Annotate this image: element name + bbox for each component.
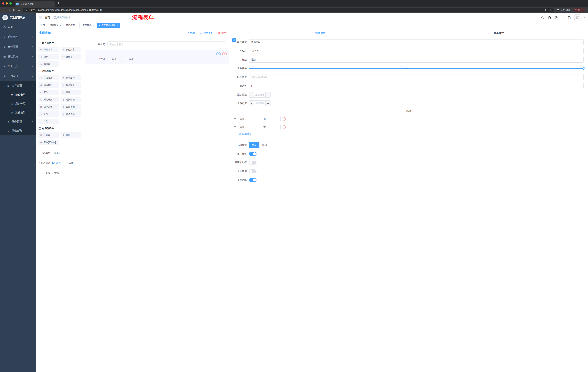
gender-option-2-checkbox[interactable]: 选项二	[124, 57, 135, 61]
security-label[interactable]: 不安全	[28, 9, 35, 12]
option-2-label-input[interactable]	[238, 124, 260, 130]
palette-item-counter[interactable]: 123计数器	[61, 54, 81, 60]
option-1-label-input[interactable]	[238, 116, 260, 122]
tab-component-props[interactable]: 组件属性	[231, 29, 294, 37]
sidebar-item-task-mgmt[interactable]: ⋔ 任务管理 ∨	[0, 117, 36, 126]
default-value-input[interactable]	[249, 83, 294, 89]
close-icon[interactable]: ×	[76, 24, 78, 27]
delete-component-button[interactable]	[222, 52, 227, 56]
forward-icon[interactable]: →	[8, 8, 10, 12]
min-select-input[interactable]	[254, 92, 265, 97]
palette-item-checkbox-group[interactable]: ☑多选框组	[61, 82, 81, 88]
increase-button[interactable]: +	[265, 92, 271, 97]
close-icon[interactable]: ×	[116, 24, 118, 27]
form-canvas[interactable]: *手机号 *性别 选项一 选项二	[83, 37, 231, 186]
decrease-button[interactable]: −	[249, 101, 254, 106]
label-width-input[interactable]	[249, 74, 294, 80]
palette-item-select[interactable]: ⊙下拉选择	[38, 75, 59, 80]
palette-item-time-picker[interactable]: ◷时间选择	[38, 97, 59, 102]
new-tab-button[interactable]: +	[57, 1, 60, 5]
grid-slider[interactable]	[249, 65, 294, 71]
palette-item-switch[interactable]: ◐开关	[38, 90, 59, 95]
palette-item-date-picker[interactable]: ▦日期选择	[38, 104, 59, 110]
zoom-window-button[interactable]	[10, 2, 12, 5]
tag-home[interactable]: 首页	[39, 23, 47, 28]
palette-item-slider[interactable]: ⊷滑块	[61, 90, 81, 95]
minimize-window-button[interactable]	[6, 2, 8, 5]
max-select-input[interactable]	[254, 101, 265, 106]
palette-item-table-dev[interactable]: ▦表格[开发中]	[38, 139, 59, 145]
sidebar-item-devtools[interactable]: ⚒ 研发工具 ∨	[0, 62, 36, 71]
increase-button[interactable]: +	[265, 101, 271, 106]
decrease-button[interactable]: −	[249, 92, 254, 97]
app-logo[interactable]: 芋道管理系统	[0, 13, 36, 22]
palette-item-date-range[interactable]: ▤日期范围	[61, 104, 81, 110]
sidebar-item-leave-query[interactable]: ⚲ 请假查询	[0, 126, 36, 135]
palette-item-color-picker[interactable]: ◧颜色选择	[61, 111, 81, 117]
option-1-value-input[interactable]	[262, 116, 281, 122]
status-off-radio[interactable]: 关闭	[65, 161, 74, 165]
title-input[interactable]	[249, 57, 294, 63]
tag-process-form-edit[interactable]: 流程表单-编辑 ×	[97, 23, 120, 28]
palette-item-row-container[interactable]: ▥行容器	[38, 132, 59, 138]
anchor-link-button[interactable]	[232, 38, 236, 42]
save-button[interactable]: ✓ 保存	[187, 31, 195, 35]
reload-icon[interactable]: ↻	[13, 8, 15, 12]
sidebar-item-infrastructure[interactable]: ▣ 基础设施 ∨	[0, 52, 36, 62]
palette-item-editor[interactable]: ✎编辑器	[38, 61, 59, 67]
phone-input[interactable]	[107, 42, 226, 47]
gender-option-1-checkbox[interactable]: 选项一	[107, 57, 118, 61]
home-icon[interactable]: ⌂	[18, 8, 20, 12]
view-json-button[interactable]: 查看json	[200, 31, 213, 35]
close-icon[interactable]: ×	[60, 24, 61, 27]
sidebar-item-process-model[interactable]: ➤ 流程模型	[0, 108, 36, 117]
component-type-select[interactable]: 多选框组 ▾	[249, 39, 294, 45]
field-name-input[interactable]	[249, 48, 294, 54]
slider-track[interactable]	[249, 68, 294, 69]
palette-item-button[interactable]: ✛按钮	[61, 132, 81, 138]
style-default-button[interactable]: 默认	[249, 142, 259, 148]
hamburger-icon[interactable]	[39, 16, 42, 20]
palette-item-rate[interactable]: ☆评分	[38, 111, 59, 117]
canvas-field-gender[interactable]: *性别 选项一 选项二	[85, 50, 229, 64]
show-label-toggle[interactable]	[249, 152, 257, 156]
palette-item-single-line-text[interactable]: ▭单行文本	[38, 47, 59, 52]
sidebar-item-user-group[interactable]: ⚇ 用户分组	[0, 99, 36, 108]
palette-item-password[interactable]: ⚷密码	[38, 54, 59, 60]
palette-item-radio-group[interactable]: ◉单选框组	[38, 82, 59, 88]
required-toggle[interactable]	[249, 178, 257, 182]
form-remark-textarea[interactable]: 嘿嘿	[52, 170, 81, 181]
palette-item-cascader[interactable]: ⋔级联选择	[61, 75, 81, 80]
status-on-radio[interactable]: 开启	[52, 161, 61, 165]
option-2-value-input[interactable]	[262, 124, 281, 130]
clear-button[interactable]: 清空	[218, 31, 226, 35]
border-toggle[interactable]	[249, 161, 257, 165]
tag-process-definition[interactable]: 流程定义 ×	[48, 23, 63, 28]
remove-option-button[interactable]: −	[282, 125, 286, 129]
sidebar-item-process-form[interactable]: ▤ 流程表单	[0, 90, 36, 99]
form-name-input[interactable]	[52, 150, 81, 156]
palette-item-upload[interactable]: ↥上传	[38, 119, 59, 124]
back-icon[interactable]: ←	[2, 8, 5, 12]
sidebar-item-process-mgmt[interactable]: ≣ 流程管理 ∧	[0, 81, 36, 90]
close-icon[interactable]: ×	[92, 24, 94, 27]
sidebar-item-payment[interactable]: ¥ 支付管理 ∨	[0, 42, 36, 52]
tag-process-form[interactable]: 流程表单 ×	[81, 23, 96, 28]
sidebar-item-system[interactable]: ⚙ 系统管理 ∨	[0, 32, 36, 42]
sidebar-item-workflow[interactable]: ⊞ 工作流程 ∧	[0, 71, 36, 81]
palette-item-time-range[interactable]: ◔时间范围	[61, 97, 81, 102]
close-window-button[interactable]	[2, 2, 4, 5]
copy-component-button[interactable]	[216, 52, 221, 56]
tag-process-model[interactable]: 流程模型 ×	[64, 23, 80, 28]
sidebar-item-home[interactable]: ◔ 首页	[0, 22, 36, 32]
drag-handle-icon[interactable]	[234, 126, 237, 128]
canvas-field-phone[interactable]: *手机号	[85, 40, 229, 49]
remove-option-button[interactable]: −	[282, 117, 286, 121]
drag-handle-icon[interactable]	[234, 118, 237, 120]
browser-tab[interactable]: 芋道管理系统 ×	[15, 1, 55, 7]
add-option-button[interactable]: ⊕ 添加选项	[239, 132, 294, 135]
breadcrumb-home[interactable]: 首页	[45, 16, 50, 19]
disabled-toggle[interactable]	[249, 170, 257, 173]
tab-close-icon[interactable]: ×	[52, 2, 53, 5]
url-text[interactable]: dashboard.yudao.iocoder.cn/bpm/manager/f…	[38, 9, 102, 11]
